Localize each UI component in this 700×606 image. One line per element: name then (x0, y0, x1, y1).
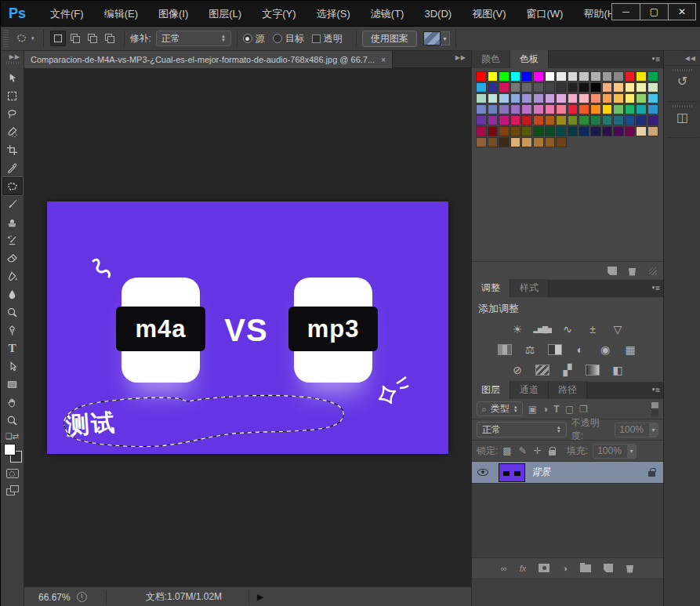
3d-panel-button[interactable]: ◫ (667, 102, 698, 138)
color-balance-icon[interactable]: ⚖ (520, 341, 539, 357)
color-swatch[interactable] (636, 104, 647, 114)
layer-filter-kind-dropdown[interactable]: ⌕ 类型 ▲▼ (477, 401, 523, 416)
tools-expand-icon[interactable]: ▶▶ (9, 53, 20, 60)
selective-color-icon[interactable]: ◧ (608, 361, 627, 378)
color-swatch[interactable] (568, 93, 578, 103)
zoom-tool[interactable] (2, 412, 23, 430)
color-swatch[interactable] (625, 71, 636, 82)
color-swatch[interactable] (521, 126, 532, 136)
color-swatch[interactable] (613, 93, 624, 103)
tab-styles[interactable]: 样式 (510, 279, 549, 297)
screen-mode-button[interactable] (6, 485, 19, 495)
fill-dropdown-arrow[interactable]: ▼ (626, 445, 636, 458)
selection-intersect-button[interactable] (102, 31, 118, 46)
color-swatch[interactable] (636, 126, 647, 136)
color-swatch[interactable] (488, 126, 499, 136)
color-swatch[interactable] (556, 137, 567, 147)
move-tool[interactable] (2, 69, 23, 87)
exposure-icon[interactable]: ± (583, 321, 602, 337)
zoom-level-field[interactable]: 66.67% (38, 592, 71, 603)
color-swatch[interactable] (590, 115, 601, 125)
menu-file[interactable]: 文件(F) (40, 1, 94, 27)
tab-paths[interactable]: 路径 (549, 381, 587, 399)
color-swatch[interactable] (533, 104, 544, 114)
filter-pixel-layers-icon[interactable]: ▣ (528, 404, 537, 415)
menu-image[interactable]: 图像(I) (148, 1, 198, 27)
color-swatch[interactable] (476, 104, 487, 114)
crop-tool[interactable] (2, 141, 23, 159)
document-tab[interactable]: Comparacion-de-M4A-vs-MP3-¿Cual-es-el-me… (24, 51, 393, 68)
filter-adjustment-layers-icon[interactable]: ◑ (542, 404, 548, 415)
history-panel-button[interactable]: ↺ (667, 66, 698, 102)
color-swatch[interactable] (488, 137, 499, 147)
color-swatch[interactable] (613, 115, 624, 125)
color-swatch[interactable] (625, 82, 636, 93)
color-swatch[interactable] (545, 137, 556, 147)
tool-preset-picker[interactable]: ▾ (12, 31, 38, 46)
color-swatch[interactable] (545, 104, 556, 114)
color-swatch[interactable] (488, 104, 499, 114)
tools-grip[interactable] (6, 61, 19, 64)
status-menu-arrow[interactable]: ▶ (257, 592, 263, 602)
color-swatch[interactable] (625, 126, 636, 136)
options-grip[interactable] (3, 30, 9, 47)
menu-window[interactable]: 窗口(W) (516, 1, 573, 27)
selection-add-button[interactable] (67, 31, 83, 46)
invert-icon[interactable]: ⊘ (508, 361, 527, 378)
panel-menu-icon[interactable]: ≡ (652, 284, 660, 292)
color-swatch[interactable] (533, 115, 544, 125)
color-swatch[interactable] (613, 126, 624, 136)
collapse-panels-icon[interactable]: ◀◀ (664, 51, 700, 66)
color-swatch[interactable] (499, 82, 510, 93)
menu-type[interactable]: 文字(Y) (252, 1, 306, 27)
color-swatch[interactable] (613, 82, 624, 93)
color-swatch[interactable] (568, 82, 578, 93)
pattern-dropdown-arrow[interactable]: ▼ (441, 31, 450, 45)
color-swatch[interactable] (510, 115, 521, 125)
color-swatch[interactable] (556, 115, 567, 125)
color-swatch[interactable] (568, 126, 578, 136)
color-swatch[interactable] (556, 104, 567, 114)
filter-type-layers-icon[interactable]: T (553, 404, 559, 415)
color-swatch[interactable] (545, 93, 556, 103)
menu-view[interactable]: 视图(V) (462, 1, 516, 27)
color-swatch[interactable] (510, 137, 521, 147)
use-pattern-button[interactable]: 使用图案 (362, 31, 417, 47)
color-swatch[interactable] (510, 126, 521, 136)
color-swatch[interactable] (578, 115, 589, 125)
color-swatch[interactable] (545, 71, 556, 82)
tab-color[interactable]: 颜色 (472, 50, 510, 68)
history-brush-tool[interactable] (2, 231, 23, 249)
lock-transparency-icon[interactable]: ▩ (502, 445, 511, 456)
lock-position-icon[interactable]: ✛ (534, 445, 542, 456)
color-swatch[interactable] (533, 93, 544, 103)
channel-mixer-icon[interactable]: ◉ (596, 341, 615, 357)
color-swatch[interactable] (590, 93, 601, 103)
foreground-color-swatch[interactable] (4, 444, 16, 455)
source-radio[interactable]: 源 (243, 32, 265, 45)
close-button[interactable]: ✕ (668, 3, 696, 20)
threshold-icon[interactable]: ▞ (558, 361, 577, 378)
color-swatch[interactable] (647, 126, 658, 136)
color-swatch[interactable] (521, 71, 532, 82)
color-swatch[interactable] (647, 115, 658, 125)
color-swatch[interactable] (578, 93, 589, 103)
color-swatch[interactable] (521, 104, 532, 114)
color-swatch[interactable] (521, 93, 532, 103)
filter-smart-objects-icon[interactable]: ❐ (579, 404, 588, 415)
color-swatch[interactable] (568, 104, 578, 114)
color-swatch[interactable] (568, 71, 578, 82)
color-swatch[interactable] (499, 104, 510, 114)
color-swatch[interactable] (476, 115, 487, 125)
color-swatch[interactable] (636, 115, 647, 125)
black-white-icon[interactable] (546, 341, 564, 357)
foreground-background-colors[interactable] (3, 444, 22, 463)
color-swatch[interactable] (602, 104, 613, 114)
color-swatch[interactable] (510, 93, 521, 103)
rectangle-shape-tool[interactable] (2, 376, 23, 394)
new-layer-icon[interactable] (604, 564, 613, 572)
quick-selection-tool[interactable] (2, 123, 23, 141)
fill-field[interactable]: 100% ▼ (593, 444, 637, 459)
pen-tool[interactable] (2, 321, 23, 339)
filter-toggle-switch[interactable] (651, 402, 658, 416)
